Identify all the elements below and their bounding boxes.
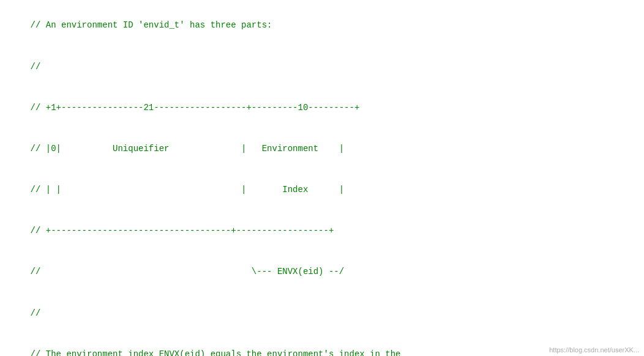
code-line-8: //	[31, 308, 41, 318]
code-block: // An environment ID 'envid_t' has three…	[0, 0, 644, 356]
code-line-5: // | | | Index |	[31, 185, 344, 195]
code-line-9: // The environment index ENVX(eid) equal…	[31, 349, 401, 356]
watermark: https://blog.csdn.net/userXK...	[549, 346, 639, 354]
code-container: // An environment ID 'envid_t' has three…	[0, 0, 644, 356]
code-line-7: // \--- ENVX(eid) --/	[31, 267, 344, 276]
code-line-2: //	[31, 62, 41, 72]
code-line-3: // +1+----------------21----------------…	[31, 103, 360, 113]
code-line-4: // |0| Uniqueifier | Environment |	[31, 144, 344, 154]
code-line-1: // An environment ID 'envid_t' has three…	[31, 20, 272, 30]
code-line-6: // +-----------------------------------+…	[31, 226, 334, 235]
